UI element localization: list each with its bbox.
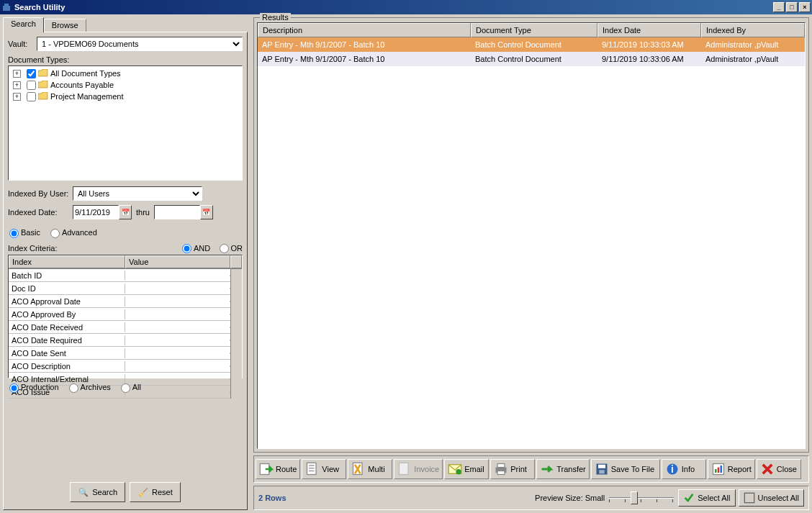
- indexed-by-select[interactable]: All Users: [73, 186, 202, 201]
- checkbox-pm[interactable]: [27, 92, 36, 101]
- checkbox-ap[interactable]: [27, 81, 36, 90]
- scrollbar[interactable]: [230, 269, 242, 399]
- tab-strip: Search Browse: [3, 17, 248, 32]
- expand-icon[interactable]: +: [13, 93, 21, 101]
- print-icon: [494, 463, 508, 476]
- criteria-row[interactable]: ACO Approval Date: [9, 295, 230, 308]
- svg-rect-20: [715, 469, 717, 473]
- info-button[interactable]: iInfo: [662, 459, 706, 479]
- col-value[interactable]: Value: [125, 255, 230, 268]
- unselect-all-button[interactable]: Unselect All: [739, 489, 804, 507]
- svg-rect-15: [598, 465, 605, 468]
- preview-size-slider[interactable]: [609, 490, 674, 506]
- radio-archives[interactable]: Archives: [69, 383, 111, 393]
- results-toolbar: Route View Multi Invoice Email Print Tra…: [253, 455, 809, 483]
- results-row[interactable]: AP Entry - Mth 9/1/2007 - Batch 10Batch …: [258, 52, 805, 66]
- status-bar: 2 Rows Preview Size: Small Select All Un…: [253, 486, 809, 510]
- binoculars-icon: 🔍: [78, 486, 89, 498]
- view-button[interactable]: View: [302, 459, 346, 479]
- radio-advanced[interactable]: Advanced: [50, 228, 97, 238]
- radio-production[interactable]: Production: [9, 383, 59, 393]
- folder-icon: [38, 69, 48, 78]
- indexed-by-label: Indexed By User:: [8, 189, 73, 198]
- titlebar: Search Utility _ □ ×: [0, 0, 812, 14]
- vault-select[interactable]: 1 - VPDEMO69 Documents: [37, 37, 243, 51]
- criteria-label: Index Criteria:: [8, 244, 57, 253]
- report-button[interactable]: Report: [708, 459, 755, 479]
- criteria-row[interactable]: ACO Date Required: [9, 334, 230, 347]
- folder-icon: [38, 92, 48, 101]
- route-button[interactable]: Route: [256, 459, 300, 479]
- results-table: Description Document Type Index Date Ind…: [257, 22, 806, 449]
- expand-icon[interactable]: +: [13, 81, 21, 89]
- expand-icon[interactable]: +: [13, 70, 21, 78]
- results-group: Results Description Document Type Index …: [253, 17, 809, 453]
- criteria-row[interactable]: ACO Approved By: [9, 308, 230, 321]
- doc-types-label: Document Types:: [8, 55, 243, 64]
- report-icon: [711, 463, 726, 476]
- criteria-grid[interactable]: Index Value Batch IDDoc IDACO Approval D…: [8, 255, 243, 378]
- tree-item-all[interactable]: + All Document Types: [10, 68, 240, 79]
- select-all-button[interactable]: Select All: [678, 489, 735, 507]
- transfer-button[interactable]: Transfer: [536, 459, 590, 479]
- criteria-row[interactable]: ACO Description: [9, 360, 230, 373]
- criteria-row[interactable]: ACO Date Sent: [9, 347, 230, 360]
- doc-types-tree[interactable]: + All Document Types + Accounts Payable …: [8, 65, 243, 181]
- col-description[interactable]: Description: [258, 23, 471, 37]
- view-icon: [305, 463, 320, 476]
- print-button[interactable]: Print: [490, 459, 535, 479]
- radio-and[interactable]: AND: [182, 244, 210, 253]
- radio-or[interactable]: OR: [220, 244, 243, 253]
- checkbox-all-types[interactable]: [27, 69, 36, 78]
- tree-item-pm[interactable]: + Project Management: [10, 91, 240, 102]
- search-button[interactable]: 🔍 Search: [70, 482, 125, 502]
- criteria-row[interactable]: Batch ID: [9, 269, 230, 282]
- row-count: 2 Rows: [258, 494, 287, 502]
- app-icon: [1, 2, 12, 12]
- info-icon: i: [665, 463, 680, 476]
- col-index[interactable]: Index: [9, 255, 125, 268]
- svg-rect-1: [4, 4, 9, 6]
- criteria-row[interactable]: ACO Date Received: [9, 321, 230, 334]
- col-index-date[interactable]: Index Date: [597, 23, 701, 37]
- svg-text:i: i: [671, 464, 674, 475]
- date-from-input[interactable]: [73, 205, 119, 219]
- date-to-input[interactable]: [154, 205, 200, 219]
- transfer-icon: [540, 463, 554, 476]
- maximize-button[interactable]: □: [786, 2, 798, 12]
- svg-rect-16: [599, 470, 605, 473]
- tree-item-ap[interactable]: + Accounts Payable: [10, 79, 240, 91]
- col-indexed-by[interactable]: Indexed By: [701, 23, 805, 37]
- email-button[interactable]: Email: [444, 459, 489, 479]
- svg-rect-22: [720, 466, 722, 473]
- multi-button[interactable]: Multi: [348, 459, 392, 479]
- invoice-icon: [397, 463, 412, 476]
- tab-browse[interactable]: Browse: [44, 19, 86, 32]
- invoice-button[interactable]: Invoice: [394, 459, 443, 479]
- col-doc-type[interactable]: Document Type: [471, 23, 597, 37]
- svg-rect-0: [3, 6, 10, 11]
- save-to-file-button[interactable]: Save To File: [591, 459, 660, 479]
- search-panel: Vault: 1 - VPDEMO69 Documents Document T…: [3, 32, 248, 510]
- criteria-row[interactable]: Doc ID: [9, 282, 230, 295]
- calendar-to-icon[interactable]: 📅: [200, 205, 213, 219]
- svg-rect-13: [497, 471, 505, 475]
- close-icon: [760, 463, 775, 476]
- window-title: Search Utility: [14, 3, 65, 12]
- minimize-button[interactable]: _: [773, 2, 785, 12]
- svg-point-10: [456, 469, 461, 475]
- close-button[interactable]: ×: [799, 2, 811, 12]
- scrollbar-head: [230, 255, 242, 268]
- calendar-from-icon[interactable]: 📅: [119, 205, 132, 219]
- radio-all[interactable]: All: [121, 383, 141, 393]
- svg-rect-21: [718, 468, 720, 473]
- radio-basic[interactable]: Basic: [9, 228, 40, 238]
- reset-button[interactable]: 🧹 Reset: [130, 482, 181, 502]
- check-icon: [683, 492, 695, 504]
- email-icon: [448, 463, 462, 476]
- close-results-button[interactable]: Close: [757, 459, 801, 479]
- results-row[interactable]: AP Entry - Mth 9/1/2007 - Batch 10Batch …: [258, 37, 805, 52]
- save-icon: [595, 463, 609, 476]
- results-legend: Results: [260, 13, 291, 22]
- tab-search[interactable]: Search: [3, 17, 44, 32]
